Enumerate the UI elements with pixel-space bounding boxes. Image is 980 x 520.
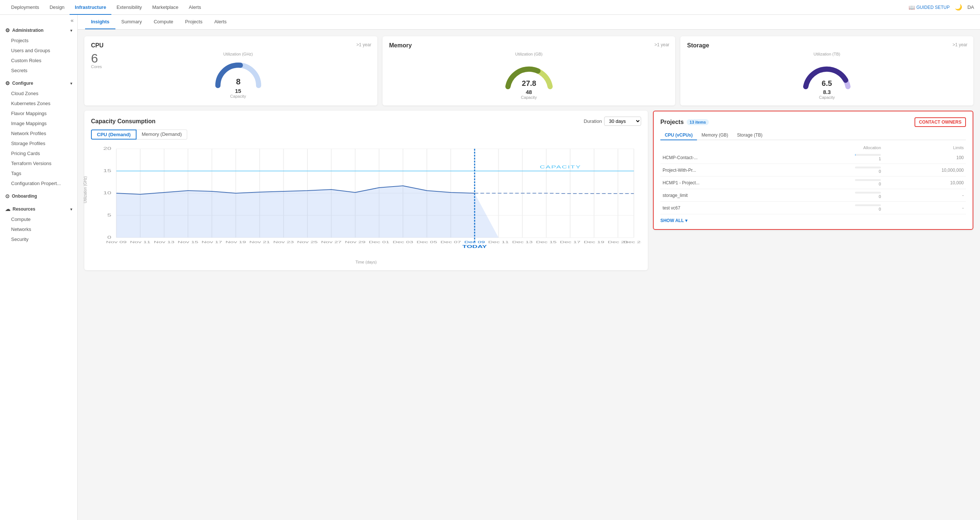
table-row: test vc67 0 - [660, 202, 966, 214]
svg-text:Nov 29: Nov 29 [345, 240, 366, 244]
allocation-cell: 0 [789, 189, 883, 202]
tab-compute[interactable]: Compute [148, 15, 179, 29]
top-nav: DeploymentsDesignInfrastructureExtensibi… [0, 0, 980, 15]
tab-projects[interactable]: Projects [179, 15, 208, 29]
tab-insights[interactable]: Insights [85, 15, 115, 29]
sidebar-group-label-onboarding: Onboarding [12, 193, 37, 199]
memory-card-title: Memory [389, 42, 669, 49]
capacity-tab-memory[interactable]: Memory (Demand) [137, 129, 187, 140]
table-row: HCMP-Contact-... 1 100 [660, 152, 966, 164]
sidebar-item-image-mappings[interactable]: Image Mappings [0, 118, 77, 128]
sidebar-group-resources[interactable]: ☁ Resources ▾ [0, 203, 77, 214]
sidebar-item-users-groups[interactable]: Users and Groups [0, 46, 77, 56]
svg-text:CAPACITY: CAPACITY [540, 165, 581, 169]
cpu-cores-area: 6 Cores [91, 52, 102, 69]
projects-header: Projects 13 items CONTACT OWNERS [660, 117, 966, 127]
contact-owners-button[interactable]: CONTACT OWNERS [915, 117, 966, 127]
capacity-tab-cpu[interactable]: CPU (Demand) [91, 129, 137, 140]
capacity-header: Capacity Consumption Duration 30 days 7 … [91, 116, 641, 126]
svg-text:Nov 23: Nov 23 [274, 240, 294, 244]
sidebar-item-flavor-mappings[interactable]: Flavor Mappings [0, 108, 77, 118]
duration-select[interactable]: 30 days 7 days 90 days [604, 116, 641, 126]
sidebar-item-projects[interactable]: Projects [0, 35, 77, 46]
projects-tab-cpu[interactable]: CPU (vCPUs) [660, 131, 697, 140]
projects-card: Projects 13 items CONTACT OWNERS CPU (vC… [653, 111, 973, 230]
allocation-cell: 0 [789, 202, 883, 214]
svg-text:Dec 03: Dec 03 [393, 240, 413, 244]
storage-card-period: >1 year [953, 42, 967, 47]
sidebar-item-storage-profiles[interactable]: Storage Profiles [0, 139, 77, 148]
sidebar-item-secrets[interactable]: Secrets [0, 65, 77, 75]
projects-sub-tabs: CPU (vCPUs) Memory (GB) Storage (TB) [660, 131, 966, 140]
sidebar-item-terraform-versions[interactable]: Terraform Versions [0, 158, 77, 168]
cpu-gauge-chart: Utilization (GHz) 8 15 Capacity [105, 52, 370, 99]
cpu-capacity-value: 15 [235, 88, 241, 94]
configure-icon: ⚙ [5, 80, 10, 86]
tab-summary[interactable]: Summary [115, 15, 148, 29]
sidebar-group-onboarding[interactable]: ⊙ Onboarding [0, 190, 77, 201]
svg-text:Nov 19: Nov 19 [225, 240, 246, 244]
capacity-card-title: Capacity Consumption [91, 118, 155, 125]
svg-text:Dec 05: Dec 05 [417, 240, 437, 244]
sidebar-item-cloud-zones[interactable]: Cloud Zones [0, 88, 77, 99]
cpu-cores-value: 6 [91, 52, 102, 64]
storage-capacity-label: Capacity [819, 95, 835, 100]
cpu-gauge-content: 6 Cores Utilization (GHz) 8 [91, 52, 371, 99]
sidebar-item-network-profiles[interactable]: Network Profiles [0, 128, 77, 139]
svg-text:Dec 13: Dec 13 [512, 240, 533, 244]
nav-item-infrastructure[interactable]: Infrastructure [70, 0, 111, 15]
collapse-button[interactable]: « [71, 17, 74, 23]
cpu-gauge-svg: 8 [212, 58, 264, 89]
sidebar-collapse: « [0, 15, 77, 24]
y-axis-title: Utilization (GHz) [83, 176, 87, 203]
nav-item-alerts[interactable]: Alerts [183, 0, 206, 15]
svg-text:20: 20 [103, 147, 111, 151]
chevron-down-icon-resources: ▾ [70, 207, 72, 211]
sidebar: « ⚙ Administration ▾ Projects Users and … [0, 15, 78, 520]
svg-text:Dec 17: Dec 17 [560, 240, 581, 244]
svg-text:Nov 15: Nov 15 [178, 240, 198, 244]
nav-item-design[interactable]: Design [45, 0, 70, 15]
sidebar-item-security[interactable]: Security [0, 234, 77, 244]
resources-icon: ☁ [5, 206, 10, 212]
sidebar-item-tags[interactable]: Tags [0, 168, 77, 179]
svg-text:15: 15 [103, 169, 111, 173]
svg-text:Nov 25: Nov 25 [297, 240, 318, 244]
main-layout: « ⚙ Administration ▾ Projects Users and … [0, 15, 980, 520]
projects-title: Projects [660, 119, 684, 126]
allocation-cell: 0 [789, 177, 883, 189]
svg-text:Nov 13: Nov 13 [154, 240, 175, 244]
memory-capacity-row: 48 Capacity [521, 89, 537, 100]
cpu-capacity-label: Capacity [230, 94, 246, 99]
projects-tab-storage[interactable]: Storage (TB) [732, 131, 767, 140]
sidebar-item-kubernetes-zones[interactable]: Kubernetes Zones [0, 99, 77, 108]
sidebar-item-pricing-cards[interactable]: Pricing Cards [0, 148, 77, 158]
nav-item-marketplace[interactable]: Marketplace [147, 0, 184, 15]
memory-util-label: Utilization (GB) [515, 52, 543, 56]
admin-icon: ⚙ [5, 27, 10, 33]
sidebar-item-networks[interactable]: Networks [0, 224, 77, 234]
sidebar-group-administration[interactable]: ⚙ Administration ▾ [0, 24, 77, 35]
sidebar-item-compute[interactable]: Compute [0, 214, 77, 224]
sidebar-group-configure[interactable]: ⚙ Configure ▾ [0, 77, 77, 88]
svg-text:Nov 17: Nov 17 [202, 240, 222, 244]
memory-gauge-svg: 27.8 [501, 58, 557, 90]
sidebar-item-custom-roles[interactable]: Custom Roles [0, 56, 77, 65]
svg-text:8: 8 [235, 77, 240, 86]
svg-text:Dec 11: Dec 11 [488, 240, 509, 244]
table-row: storage_limit 0 - [660, 189, 966, 202]
guided-setup-link[interactable]: 📖 GUIDED SETUP [908, 5, 950, 10]
sidebar-item-config-properties[interactable]: Configuration Propert... [0, 179, 77, 188]
show-all-link[interactable]: SHOW ALL ▾ [660, 214, 966, 223]
memory-gauge-card: Memory >1 year Utilization (GB) 27.8 48 … [383, 36, 676, 105]
nav-item-deployments[interactable]: Deployments [6, 0, 45, 15]
user-avatar[interactable]: DA [967, 5, 974, 10]
cpu-gauge-card: CPU >1 year 6 Cores Utilization (GHz) [84, 36, 377, 105]
projects-tab-memory[interactable]: Memory (GB) [697, 131, 732, 140]
nav-item-extensibility[interactable]: Extensibility [111, 0, 147, 15]
storage-gauge-content: Utilization (TB) 6.5 8.3 Capacity [687, 52, 967, 100]
tab-alerts[interactable]: Alerts [208, 15, 232, 29]
guided-setup-label: GUIDED SETUP [916, 5, 950, 10]
content-area: Insights Summary Compute Projects Alerts… [78, 15, 980, 520]
dark-mode-icon[interactable]: 🌙 [955, 4, 962, 11]
